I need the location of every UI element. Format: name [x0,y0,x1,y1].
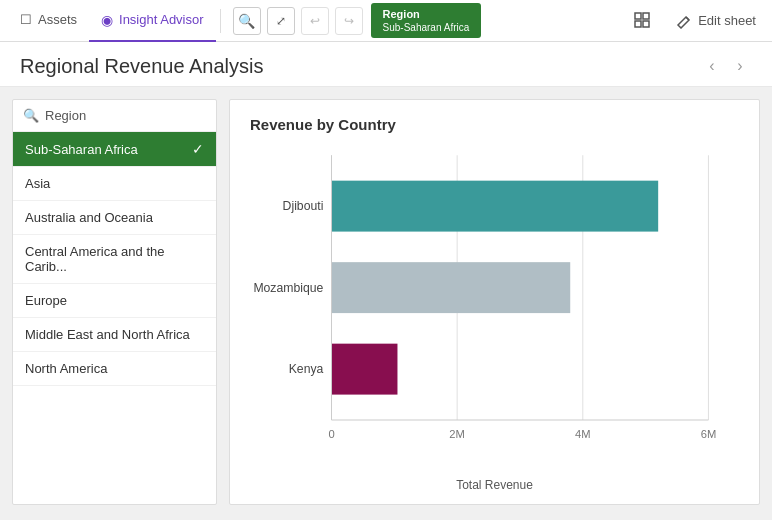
region-item-label: Sub-Saharan Africa [25,142,138,157]
bar-0 [332,181,659,232]
x-tick-label: 6M [701,428,717,440]
chip-value: Sub-Saharan Africa [383,21,470,34]
region-item-label: Asia [25,176,50,191]
check-icon: ✓ [192,141,204,157]
region-item-2[interactable]: Australia and Oceania [13,201,216,235]
region-item-label: Australia and Oceania [25,210,153,225]
region-chip[interactable]: Region Sub-Saharan Africa [371,3,482,38]
chart-container: Revenue by Country 02M4M6MDjiboutiMozamb… [229,99,760,505]
bar-2 [332,344,398,395]
region-item-1[interactable]: Asia [13,167,216,201]
bar-label-1: Mozambique [253,281,323,295]
chart-title: Revenue by Country [250,116,739,133]
search-label: Region [45,108,86,123]
region-item-0[interactable]: Sub-Saharan Africa✓ [13,132,216,167]
chart-body: 02M4M6MDjiboutiMozambiqueKenya Total Rev… [250,145,739,492]
grid-view-button[interactable] [626,8,660,34]
insight-tab-label: Insight Advisor [119,12,204,27]
x-tick-label: 2M [449,428,465,440]
edit-sheet-label: Edit sheet [698,13,756,28]
bar-1 [332,262,571,313]
insight-icon: ◉ [101,12,113,28]
region-list: Sub-Saharan Africa✓AsiaAustralia and Oce… [13,132,216,504]
svg-rect-1 [643,13,649,19]
chart-svg-wrapper: 02M4M6MDjiboutiMozambiqueKenya [250,145,739,474]
nav-divider [220,9,221,33]
region-item-label: Europe [25,293,67,308]
tab-assets[interactable]: ☐ Assets [8,0,89,42]
zoom-tool-button[interactable]: 🔍 [233,7,261,35]
svg-rect-0 [635,13,641,19]
assets-icon: ☐ [20,12,32,27]
undo-button[interactable]: ↩ [301,7,329,35]
edit-sheet-button[interactable]: Edit sheet [668,9,764,33]
zoom-icon: 🔍 [238,13,255,29]
region-item-6[interactable]: North America [13,352,216,386]
x-tick-label: 4M [575,428,591,440]
x-axis-label: Total Revenue [250,478,739,492]
undo-icon: ↩ [310,14,320,28]
expand-tool-button[interactable]: ⤢ [267,7,295,35]
bar-label-2: Kenya [289,362,324,376]
next-page-button[interactable]: › [728,54,752,78]
redo-icon: ↪ [344,14,354,28]
grid-icon [634,12,652,30]
expand-icon: ⤢ [276,14,286,28]
redo-button[interactable]: ↪ [335,7,363,35]
region-item-3[interactable]: Central America and the Carib... [13,235,216,284]
region-sidebar: 🔍 Region Sub-Saharan Africa✓AsiaAustrali… [12,99,217,505]
chip-title: Region [383,7,470,21]
tab-insight-advisor[interactable]: ◉ Insight Advisor [89,0,216,42]
page-title: Regional Revenue Analysis [20,55,264,78]
region-item-4[interactable]: Europe [13,284,216,318]
main-content: 🔍 Region Sub-Saharan Africa✓AsiaAustrali… [0,87,772,517]
x-tick-label: 0 [328,428,334,440]
region-item-5[interactable]: Middle East and North Africa [13,318,216,352]
svg-rect-3 [643,21,649,27]
prev-page-button[interactable]: ‹ [700,54,724,78]
region-item-label: Central America and the Carib... [25,244,204,274]
region-item-label: Middle East and North Africa [25,327,190,342]
region-item-label: North America [25,361,107,376]
svg-rect-2 [635,21,641,27]
nav-tools: 🔍 ⤢ ↩ ↪ [233,7,363,35]
bar-label-0: Djibouti [283,199,324,213]
page-header: Regional Revenue Analysis ‹ › [0,42,772,87]
pencil-icon [676,13,692,29]
top-nav: ☐ Assets ◉ Insight Advisor 🔍 ⤢ ↩ ↪ Regio… [0,0,772,42]
search-icon: 🔍 [23,108,39,123]
chart-svg: 02M4M6MDjiboutiMozambiqueKenya [250,145,739,451]
page-nav-arrows: ‹ › [700,54,752,78]
search-box[interactable]: 🔍 Region [13,100,216,132]
assets-tab-label: Assets [38,12,77,27]
right-tools: Edit sheet [626,8,764,34]
